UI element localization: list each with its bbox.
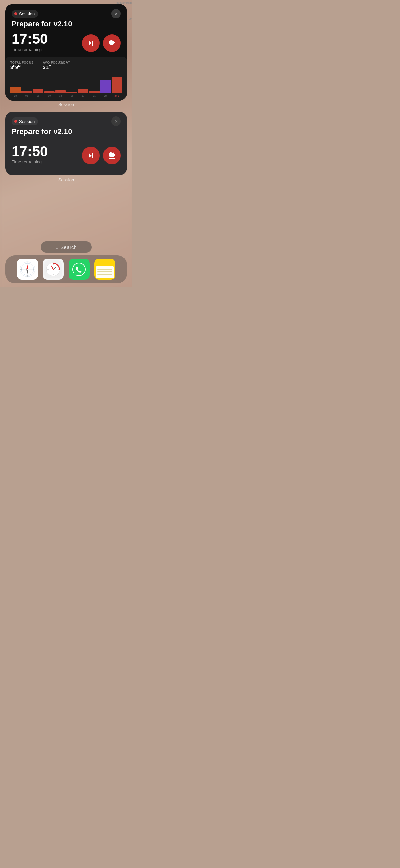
chart-max-label: 31m average (116, 4, 127, 4)
skip-button-active[interactable] (82, 34, 100, 52)
session-badge-label-active: Session (19, 11, 35, 16)
dock: N S E W (5, 255, 127, 283)
chart-label-24: 24 (100, 95, 111, 97)
coffee-icon (108, 39, 116, 47)
skip-icon (87, 39, 95, 47)
avg-focus-stat: AVG FOCUS/DAY 31M (43, 61, 70, 70)
widget-time-label-active: Time remaining (12, 47, 48, 52)
chart-label-15: 15 (66, 95, 77, 97)
widget-time-block-secondary: 17:50 Time remaining (12, 144, 48, 164)
notes-line-1 (97, 268, 108, 268)
widget-header-secondary: Session ✕ (12, 116, 121, 126)
chart-label-21: 21 (89, 95, 99, 97)
coffee-button-secondary[interactable] (103, 147, 121, 164)
chart-label-03: 03 (21, 95, 32, 97)
widget-action-buttons-secondary (82, 147, 121, 164)
bar-8 (89, 73, 99, 93)
widget-title-active: Prepare for v2.10 (12, 20, 121, 29)
avg-focus-value: 31M (43, 64, 70, 70)
chart-stats: TOTAL FOCUS 3H9M AVG FOCUS/DAY 31M (10, 61, 122, 70)
total-focus-label: TOTAL FOCUS (10, 61, 34, 64)
chart-label-27: 27 ● (112, 95, 122, 97)
session-badge-label-secondary: Session (19, 119, 35, 124)
notes-line-4 (97, 273, 112, 273)
whatsapp-icon-svg (72, 262, 87, 277)
widget-session-secondary: Session ✕ Prepare for v2.10 17:50 Time r… (5, 112, 127, 175)
chart-label-29: 29 (10, 95, 21, 97)
widget-time-row-secondary: 17:50 Time remaining (12, 144, 121, 164)
close-button-secondary[interactable]: ✕ (111, 116, 121, 126)
notes-line-2 (97, 269, 112, 270)
bar-2 (21, 73, 32, 93)
notes-line-5 (97, 274, 112, 275)
widget-header-active: Session ✕ (12, 9, 121, 18)
svg-point-19 (53, 269, 54, 270)
widget-time-label-secondary: Time remaining (12, 159, 48, 164)
widget-action-buttons-active (82, 34, 121, 52)
dock-app-whatsapp[interactable] (69, 259, 90, 280)
widget-time-secondary: 17:50 (12, 144, 48, 159)
safari-icon-svg: N S E W (19, 261, 36, 278)
total-focus-value: 3H9M (10, 64, 34, 70)
widget1-app-label: Session (58, 102, 74, 107)
avg-focus-label: AVG FOCUS/DAY (43, 61, 70, 64)
chart-label-09: 09 (44, 95, 55, 97)
search-bar[interactable]: ⌕ Search (41, 241, 92, 253)
search-bar-container: ⌕ Search (41, 241, 92, 253)
chart-bars-area (10, 73, 122, 93)
bar-10 (112, 73, 122, 93)
widget-title-secondary: Prepare for v2.10 (12, 127, 121, 136)
session-badge-secondary: Session (12, 117, 38, 125)
focus-chart-section: TOTAL FOCUS 3H9M AVG FOCUS/DAY 31M (5, 57, 127, 101)
chart-min-label: 0m (116, 17, 127, 20)
svg-text:W: W (20, 268, 22, 270)
bar-4 (44, 73, 55, 93)
notes-lines (96, 266, 114, 278)
widget-time-active: 17:50 (12, 32, 48, 46)
total-focus-stat: TOTAL FOCUS 3H9M (10, 61, 34, 70)
skip-button-secondary[interactable] (82, 147, 100, 164)
bar-3 (33, 73, 43, 93)
notes-header (96, 261, 114, 266)
dock-app-safari[interactable]: N S E W (17, 259, 38, 280)
chart-label-12: 12 (55, 95, 66, 97)
bar-9 (100, 73, 111, 93)
chart-x-labels: 29 03 06 09 12 15 18 21 24 27 ● (10, 95, 122, 97)
coffee-icon-secondary (108, 151, 116, 160)
widget-time-block-active: 17:50 Time remaining (12, 32, 48, 52)
widget2-app-label: Session (58, 177, 74, 182)
skip-icon-secondary (87, 151, 95, 160)
session-dot-secondary (14, 120, 17, 123)
search-bar-label: Search (60, 244, 77, 250)
home-screen: Session ✕ Prepare for v2.10 17:50 Time r… (0, 0, 132, 287)
session-dot-active (14, 12, 17, 15)
svg-text:N: N (27, 261, 28, 264)
bar-1 (10, 73, 21, 93)
coffee-button-active[interactable] (103, 34, 121, 52)
chart-label-06: 06 (33, 95, 43, 97)
dock-app-notes[interactable] (94, 259, 115, 280)
bar-6 (66, 73, 77, 93)
chart-average-line (10, 77, 102, 77)
dock-app-session[interactable] (43, 259, 64, 280)
chart-label-18: 18 (78, 95, 88, 97)
notes-line-3 (97, 271, 112, 272)
bar-5 (55, 73, 66, 93)
bar-7 (78, 73, 88, 93)
chart-legend: 31m average 0m (116, 4, 127, 20)
widget-session-active: Session ✕ Prepare for v2.10 17:50 Time r… (5, 4, 127, 101)
session-badge-active: Session (12, 10, 38, 18)
widget-time-row-active: 17:50 Time remaining (12, 32, 121, 52)
session-clock-icon (44, 260, 62, 278)
search-icon: ⌕ (56, 245, 58, 250)
